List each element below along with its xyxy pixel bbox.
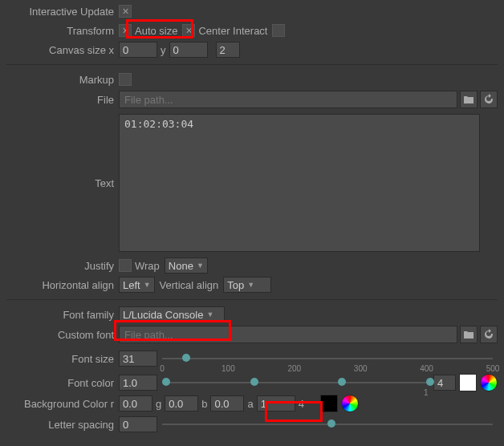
canvas-y-input[interactable] — [169, 42, 208, 58]
canvas-y-label: y — [161, 44, 166, 56]
refresh-icon[interactable] — [480, 91, 498, 108]
wrap-select[interactable]: None▼ — [165, 257, 208, 274]
canvas-size-label: Canvas size x — [6, 44, 119, 56]
bg-color-swatch[interactable] — [320, 395, 338, 412]
halign-select[interactable]: Left▼ — [119, 277, 155, 293]
font-color-input[interactable] — [119, 375, 157, 391]
refresh-icon[interactable] — [480, 326, 498, 343]
letter-spacing-input[interactable] — [119, 416, 157, 432]
bg-a-input[interactable] — [257, 395, 295, 412]
file-label: File — [6, 94, 119, 106]
color-picker-icon[interactable] — [341, 395, 359, 412]
custom-font-input[interactable] — [119, 326, 457, 343]
chevron-down-icon: ▼ — [206, 310, 213, 318]
divider — [6, 64, 498, 65]
letter-spacing-slider[interactable] — [162, 416, 493, 433]
font-color-swatch[interactable] — [459, 374, 477, 391]
chevron-down-icon: ▼ — [247, 281, 254, 289]
halign-label: Horizontal align — [6, 279, 119, 291]
chevron-down-icon: ▼ — [144, 281, 151, 289]
wrap-label: Wrap — [135, 260, 160, 272]
interactive-update-checkbox[interactable] — [119, 5, 132, 18]
bg-color-label: Background Color r — [6, 398, 119, 410]
font-color-count[interactable] — [433, 375, 456, 391]
custom-font-label: Custom font — [6, 329, 119, 341]
font-color-label: Font color — [6, 377, 119, 389]
text-label: Text — [6, 177, 119, 189]
font-family-select[interactable]: L/Lucida Console▼ — [119, 306, 225, 322]
folder-icon[interactable] — [460, 326, 478, 343]
text-input[interactable]: 01:02:03:04 — [119, 114, 480, 252]
bg-r-input[interactable] — [119, 395, 152, 412]
slider-tick: 200 — [287, 364, 301, 373]
color-picker-icon[interactable] — [480, 374, 498, 391]
justify-label: Justify — [6, 260, 119, 272]
interactive-update-label: Interactive Update — [6, 6, 119, 18]
chevron-down-icon: ▼ — [197, 262, 204, 270]
font-color-slider[interactable]: 1 — [162, 374, 429, 391]
slider-tick: 400 — [420, 364, 433, 373]
bg-g-input[interactable] — [165, 395, 198, 412]
justify-checkbox[interactable] — [119, 259, 132, 272]
transform-label: Transform — [6, 25, 119, 37]
markup-checkbox[interactable] — [119, 73, 132, 86]
font-size-slider[interactable]: 0 100 200 300 400 500 — [162, 350, 493, 367]
letter-spacing-label: Letter spacing — [6, 419, 119, 431]
bg-count-label: 4 — [299, 398, 304, 410]
canvas-x-input[interactable] — [119, 42, 157, 58]
center-interact-checkbox[interactable] — [272, 24, 285, 37]
slider-tick: 300 — [354, 364, 368, 373]
font-size-input[interactable] — [119, 351, 157, 367]
bg-g-label: g — [156, 398, 161, 410]
bg-a-label: a — [247, 398, 253, 410]
markup-label: Markup — [6, 74, 119, 86]
slider-tick: 100 — [222, 364, 235, 373]
font-family-label: Font family — [6, 309, 119, 321]
slider-tick: 0 — [160, 364, 165, 373]
auto-size-label: Auto size — [135, 25, 177, 37]
center-interact-label: Center Interact — [198, 25, 267, 37]
divider — [6, 299, 498, 300]
folder-icon[interactable] — [460, 91, 478, 108]
file-input[interactable] — [119, 91, 457, 108]
slider-tick: 500 — [486, 364, 500, 373]
valign-select[interactable]: Top▼ — [223, 277, 271, 293]
bg-b-input[interactable] — [210, 395, 244, 412]
bg-b-label: b — [201, 398, 207, 410]
font-size-label: Font size — [6, 353, 119, 365]
canvas-z-input[interactable] — [216, 42, 240, 58]
transform-checkbox[interactable] — [119, 24, 132, 37]
auto-size-checkbox[interactable] — [182, 24, 195, 37]
valign-label: Vertical align — [160, 279, 219, 291]
